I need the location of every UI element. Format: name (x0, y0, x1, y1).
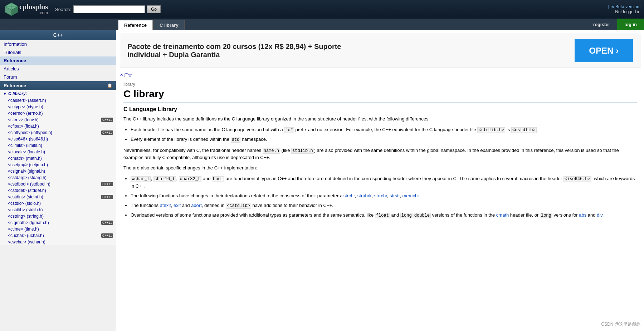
content-list-2: wchar_t, char16_t, char32_t and bool are… (131, 175, 637, 219)
tree-badge: C++11 (101, 130, 113, 135)
ad-open-button[interactable]: OPEN › (575, 39, 633, 62)
exit-link[interactable]: exit (174, 203, 181, 208)
strrchr-link[interactable]: strrchr (374, 193, 387, 198)
left-sidebar: C++ Information Tutorials Reference Arti… (0, 30, 116, 331)
tree-child-item[interactable]: <csetjmp> (setjmp.h) (0, 162, 116, 168)
tree-child-label: <climits> (limits.h) (8, 143, 113, 148)
list-item: The functions atexit, exit and abort, de… (131, 202, 637, 209)
tree-child-item[interactable]: <csignal> (signal.h) (0, 168, 116, 174)
abs-link[interactable]: abs (579, 212, 586, 218)
abort-link[interactable]: abort (191, 203, 202, 208)
sidebar-item-information[interactable]: Information (0, 40, 116, 48)
logo-cube-icon (4, 1, 19, 17)
tree-child-label: <cstdio> (stdio.h) (8, 201, 113, 206)
tree-child-item[interactable]: <cerrno> (errno.h) (0, 110, 116, 117)
tree-child-label: <cfenv> (fenv.h) (8, 117, 100, 122)
tree-child-item[interactable]: <cstring> (string.h) (0, 213, 116, 219)
tree-child-label: <cmath> (math.h) (8, 156, 113, 161)
tree-child-label: <cwchar> (wchar.h) (8, 239, 113, 244)
nav-tab-clibrary[interactable]: C library (153, 20, 185, 30)
cpp-section-header: C++ (0, 30, 116, 40)
logo-area: cplusplus .com (4, 1, 48, 17)
tree-child-item[interactable]: <cstdint> (stdint.h)C++11 (0, 194, 116, 200)
breadcrumb: library (123, 82, 637, 87)
tree-child-label: <cstdlib> (stdlib.h) (8, 207, 113, 212)
tree-child-item[interactable]: <cctype> (ctype.h) (0, 104, 116, 110)
tree-child-item[interactable]: <clocale> (locale.h) (0, 149, 116, 155)
sidebar-item-tutorials[interactable]: Tutorials (0, 48, 116, 56)
tree-badge: C++11 (101, 195, 113, 199)
logo-text: cplusplus (19, 3, 48, 11)
tree-badge: C++11 (101, 221, 113, 225)
ad-footer: ✕ 广告 (116, 71, 644, 78)
tree-children: <cassert> (assert.h)<cctype> (ctype.h)<c… (0, 97, 116, 245)
tree-section: ▼ C library: <cassert> (assert.h)<cctype… (0, 90, 116, 245)
reference-icon[interactable]: 📋 (107, 83, 112, 88)
ad-close-button[interactable]: ✕ 广告 (120, 73, 132, 77)
tree-parent-label: C library: (8, 91, 27, 96)
tree-child-item[interactable]: <ctime> (time.h) (0, 226, 116, 232)
login-button[interactable]: log in (617, 19, 644, 30)
strstr-link[interactable]: strstr (390, 193, 400, 198)
content-list-1: Each header file has the same name as th… (131, 126, 637, 143)
tree-child-item[interactable]: <ciso646> (iso646.h) (0, 136, 116, 142)
register-button[interactable]: register (586, 19, 618, 30)
nav-tab-reference[interactable]: Reference (118, 20, 153, 30)
tree-child-item[interactable]: <cassert> (assert.h) (0, 97, 116, 104)
tree-child-item[interactable]: <cinttypes> (inttypes.h)C++11 (0, 129, 116, 136)
tree-child-item[interactable]: <cmath> (math.h) (0, 155, 116, 162)
tree-child-label: <cctype> (ctype.h) (8, 104, 113, 109)
tree-child-item[interactable]: <cstdio> (stdio.h) (0, 200, 116, 207)
nav-tabs: Reference C library register log in (0, 19, 644, 30)
list-item: Every element of the library is defined … (131, 136, 637, 143)
tree-child-item[interactable]: <cfloat> (float.h) (0, 123, 116, 129)
cmath-link[interactable]: cmath (496, 212, 509, 218)
section-title: C Language Library (123, 106, 637, 113)
collapse-icon: ▼ (3, 92, 7, 96)
tree-child-label: <cassert> (assert.h) (8, 98, 113, 103)
atexit-link[interactable]: atexit (160, 203, 171, 208)
tree-child-item[interactable]: <cstdarg> (stdarg.h) (0, 174, 116, 181)
tree-child-item[interactable]: <cstddef> (stddef.h) (0, 187, 116, 194)
top-right: [try Beta version] Not logged in (608, 4, 640, 14)
search-area: Search: Go (55, 5, 608, 13)
tree-badge: C++11 (101, 118, 113, 122)
tree-child-label: <cstdbool> (stdbool.h) (8, 182, 100, 187)
sidebar-item-forum[interactable]: Forum (0, 73, 116, 81)
div-link[interactable]: div (597, 212, 602, 218)
sidebar-item-reference[interactable]: Reference (0, 56, 116, 65)
top-bar: cplusplus .com Search: Go [try Beta vers… (0, 0, 644, 19)
tree-child-label: <csignal> (signal.h) (8, 169, 113, 174)
tree-child-item[interactable]: <cstdlib> (stdlib.h) (0, 207, 116, 213)
tree-child-label: <cuchar> (uchar.h) (8, 233, 100, 238)
try-beta-link[interactable]: [try Beta version] (608, 4, 640, 9)
search-label: Search: (55, 7, 71, 12)
content-para-2: Nevertheless, for compatibility with C, … (123, 147, 637, 161)
tree-parent-clibrary[interactable]: ▼ C library: (0, 90, 116, 97)
page-title: C library (123, 88, 637, 103)
auth-buttons: register log in (586, 19, 644, 30)
search-go-button[interactable]: Go (147, 5, 161, 13)
tree-child-label: <cstdint> (stdint.h) (8, 194, 100, 199)
list-item: wchar_t, char16_t, char32_t and bool are… (131, 175, 637, 190)
tree-child-item[interactable]: <cstdbool> (stdbool.h)C++11 (0, 181, 116, 187)
tree-child-label: <cinttypes> (inttypes.h) (8, 130, 100, 135)
tree-child-item[interactable]: <climits> (limits.h) (0, 142, 116, 149)
search-input[interactable] (73, 5, 145, 13)
logo-text-area: cplusplus .com (19, 3, 48, 15)
content-para-3: The are also certain specific changes in… (123, 164, 637, 172)
tree-child-item[interactable]: <cfenv> (fenv.h)C++11 (0, 117, 116, 123)
tree-child-item[interactable]: <cwchar> (wchar.h) (0, 239, 116, 245)
strchr-link[interactable]: strchr (343, 193, 355, 198)
memchr-link[interactable]: memchr (402, 193, 419, 198)
strpbrk-link[interactable]: strpbrk (357, 193, 372, 198)
tree-child-item[interactable]: <cuchar> (uchar.h)C++11 (0, 232, 116, 239)
tree-child-label: <cerrno> (errno.h) (8, 111, 113, 116)
ad-banner: Pacote de treinamento com 20 cursos (12x… (120, 34, 640, 68)
tree-child-label: <cstdarg> (stdarg.h) (8, 175, 113, 180)
reference-section-header: Reference 📋 (0, 81, 116, 90)
content-para-1: The C++ library includes the same defini… (123, 115, 637, 123)
sidebar-item-articles[interactable]: Articles (0, 65, 116, 73)
tree-child-item[interactable]: <ctgmath> (tgmath.h)C++11 (0, 219, 116, 226)
tree-badge: C++11 (101, 182, 113, 186)
